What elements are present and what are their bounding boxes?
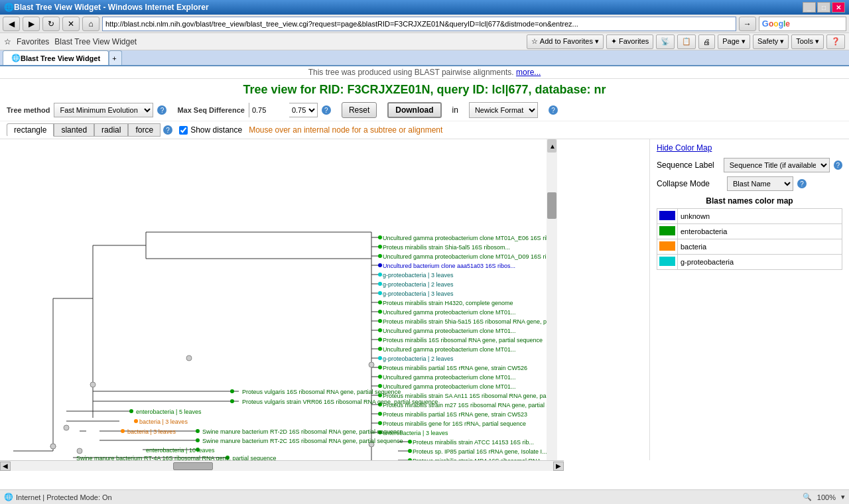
svg-text:Swine manure bacterium RT-4A 1: Swine manure bacterium RT-4A 16S ribosom… — [76, 455, 277, 460]
favorites-btn[interactable]: ✦ Favorites — [606, 34, 653, 49]
new-tab[interactable]: + — [109, 50, 122, 65]
tree-method-info-icon[interactable]: ? — [157, 105, 166, 115]
svg-point-23 — [378, 273, 382, 277]
sequence-label-select[interactable]: Sequence Title (if available) — [724, 158, 830, 172]
scroll-thumb[interactable] — [173, 462, 213, 470]
svg-text:g-proteobacteria | 2 leaves: g-proteobacteria | 2 leaves — [383, 281, 454, 288]
show-distance-checkbox[interactable] — [179, 126, 188, 135]
svg-point-35 — [378, 310, 382, 314]
favorites-star-icon: ☆ — [4, 37, 11, 46]
svg-text:Uncultured bacterium clone aaa: Uncultured bacterium clone aaa51a03 16S … — [383, 263, 515, 269]
svg-point-20 — [378, 263, 382, 267]
more-link[interactable]: more... — [516, 68, 541, 77]
max-seq-diff-info-icon[interactable]: ? — [322, 105, 331, 115]
tree-method-select[interactable]: Fast Minimum Evolution — [54, 103, 153, 117]
google-logo-g: g — [779, 19, 783, 29]
tree-svg[interactable]: Uncultured gamma proteobacterium clone M… — [0, 139, 557, 460]
scroll-right-button[interactable]: ▶ — [553, 462, 564, 471]
tools-menu[interactable]: Tools ▾ — [791, 34, 824, 49]
color-map-row: bacteria — [657, 239, 842, 255]
format-info-icon[interactable]: ? — [549, 105, 558, 115]
svg-text:Proteus mirabilis strain MP4 1: Proteus mirabilis strain MP4 16S ribosom… — [413, 458, 546, 460]
svg-point-26 — [378, 282, 382, 286]
color-swatch — [659, 241, 675, 251]
home-button[interactable]: ⌂ — [82, 17, 99, 31]
favorites-item[interactable]: Favorites — [17, 37, 49, 46]
view-tab-info-icon[interactable]: ? — [163, 125, 172, 135]
svg-text:Proteus sp. IP85 partial 16S r: Proteus sp. IP85 partial 16S rRNA gene, … — [413, 448, 547, 455]
window-controls[interactable]: _ □ ✕ — [803, 2, 845, 13]
color-map-label: g-proteobacteria — [678, 255, 842, 270]
in-label: in — [452, 105, 458, 115]
statusbar-right: 🔍 100% ▾ — [803, 493, 845, 501]
svg-point-101 — [129, 409, 133, 413]
status-icon: 🌐 — [4, 493, 13, 501]
safety-menu[interactable]: Safety ▾ — [753, 34, 789, 49]
view-tab-force[interactable]: force — [128, 123, 161, 137]
svg-text:Uncultured gamma proteobacteri: Uncultured gamma proteobacterium clone M… — [383, 253, 557, 260]
stop-button[interactable]: ✕ — [62, 17, 80, 31]
controls-row: Tree method Fast Minimum Evolution ? Max… — [0, 99, 849, 121]
history-btn[interactable]: 📋 — [677, 34, 696, 49]
close-button[interactable]: ✕ — [832, 2, 845, 13]
format-select[interactable]: Newick Format — [469, 102, 538, 118]
add-favorites-button[interactable]: ☆ Add to Favorites ▾ — [527, 34, 604, 49]
horizontal-scrollbar[interactable]: ◀ ▶ — [0, 460, 564, 471]
svg-text:Proteus mirabilis 16S ribosoma: Proteus mirabilis 16S ribosomal RNA gene… — [383, 337, 543, 344]
address-input[interactable] — [102, 17, 736, 31]
sequence-label-info-icon[interactable]: ? — [834, 160, 842, 170]
svg-point-141 — [64, 425, 69, 430]
tree-method-label: Tree method — [7, 106, 50, 114]
sequence-label-label: Sequence Label — [657, 160, 720, 170]
info-text: This tree was produced using BLAST pairw… — [308, 68, 514, 77]
svg-text:Swine manure bacterium RT-2C 1: Swine manure bacterium RT-2C 16S ribosom… — [202, 438, 403, 444]
zoom-label: 🔍 — [803, 493, 812, 501]
show-distance-label: Show distance — [190, 125, 242, 135]
forward-button[interactable]: ▶ — [23, 17, 40, 31]
help-btn[interactable]: ❓ — [826, 34, 845, 49]
download-button[interactable]: Download — [387, 102, 441, 118]
svg-point-53 — [378, 365, 382, 369]
view-tab-slanted[interactable]: slanted — [54, 123, 94, 137]
scroll-track[interactable] — [11, 462, 553, 471]
back-button[interactable]: ◀ — [3, 17, 20, 31]
reset-button[interactable]: Reset — [342, 102, 377, 118]
color-map-table: unknown enterobacteria bacteria g-proteo… — [657, 208, 842, 270]
zoom-level: 100% — [817, 493, 836, 501]
minimize-button[interactable]: _ — [803, 2, 816, 13]
svg-text:bacteria | 3 leaves: bacteria | 3 leaves — [127, 428, 176, 435]
svg-text:g-proteobacteria | 3 leaves: g-proteobacteria | 3 leaves — [383, 272, 454, 279]
hide-color-map-link[interactable]: Hide Color Map — [657, 143, 842, 153]
refresh-button[interactable]: ↻ — [42, 17, 60, 31]
view-tab-radial[interactable]: radial — [94, 123, 128, 137]
color-map-title: Blast names color map — [657, 196, 842, 206]
google-logo-o2: o — [773, 19, 778, 29]
print-btn[interactable]: 🖨 — [698, 34, 715, 49]
svg-text:Proteus mirabilis partial 16S : Proteus mirabilis partial 16S rRNA gene,… — [383, 411, 527, 418]
maximize-button[interactable]: □ — [817, 2, 830, 13]
svg-text:Swine manure bacterium RT-2D 1: Swine manure bacterium RT-2D 16S ribosom… — [202, 428, 403, 435]
tab-blast-tree[interactable]: 🌐 Blast Tree View Widget — [3, 50, 109, 65]
google-logo: G — [762, 19, 769, 29]
svg-point-98 — [230, 399, 234, 403]
svg-text:Uncultured gamma proteobacteri: Uncultured gamma proteobacterium clone M… — [383, 346, 516, 353]
collapse-mode-select[interactable]: Blast Name — [727, 176, 793, 191]
blast-tree-view-fav[interactable]: Blast Tree View Widget — [54, 37, 137, 46]
google-search-input[interactable] — [790, 20, 843, 28]
scroll-left-button[interactable]: ◀ — [0, 462, 11, 471]
svg-rect-148 — [547, 192, 556, 219]
collapse-mode-info-icon[interactable]: ? — [797, 179, 807, 188]
page-title: Tree view for RID: F3CRJXZE01N, query ID… — [0, 79, 849, 99]
svg-text:Proteus mirabilis gene for 16S: Proteus mirabilis gene for 16S rRNA, par… — [383, 420, 526, 427]
page-menu[interactable]: Page ▾ — [718, 34, 750, 49]
go-button[interactable]: → — [739, 17, 756, 31]
view-tab-rectangle[interactable]: rectangle — [7, 123, 54, 137]
feeds-btn[interactable]: 📡 — [656, 34, 675, 49]
max-seq-diff-input[interactable] — [249, 103, 289, 117]
tree-viewport[interactable]: Uncultured gamma proteobacterium clone M… — [0, 139, 650, 460]
svg-point-41 — [378, 328, 382, 332]
window-title: Blast Tree View Widget - Windows Interne… — [14, 3, 209, 12]
svg-point-92 — [186, 355, 192, 361]
max-seq-diff-dropdown[interactable]: 0.75 — [289, 103, 317, 117]
tree-scroll[interactable]: Uncultured gamma proteobacterium clone M… — [0, 139, 649, 460]
